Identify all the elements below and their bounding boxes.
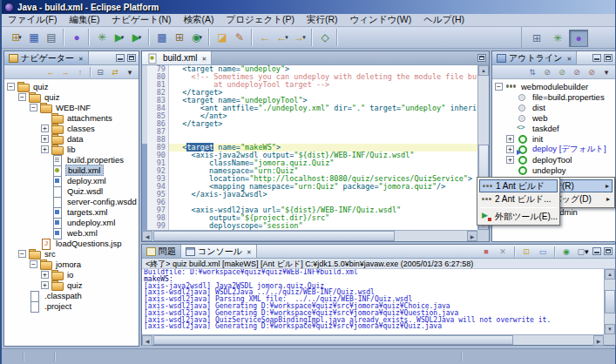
minimize-button[interactable] [116, 54, 125, 62]
scroll-up-icon[interactable]: ▲ [478, 65, 489, 76]
collapse-icon[interactable]: − [18, 250, 26, 258]
tree-item-undeploy[interactable]: undeploy [492, 165, 615, 175]
close-icon[interactable] [565, 53, 572, 63]
tree-item-webmodulebuilder[interactable]: −webmodulebuilder [492, 81, 615, 91]
expand-icon[interactable]: + [41, 135, 49, 143]
debug-button[interactable]: ✳ [93, 30, 111, 46]
problems-tab[interactable]: 問題 [142, 245, 181, 258]
tree-item-init[interactable]: +init [492, 133, 615, 144]
new-package-button[interactable]: ⊞ [171, 30, 188, 46]
scroll-down-icon[interactable]: ▼ [605, 324, 615, 334]
tree-item-data[interactable]: +data [4, 133, 139, 144]
title-bar[interactable]: Java - build.xml - Eclipse Platform [2, 0, 615, 14]
dropdown-arrow-icon[interactable]: ▾ [139, 34, 142, 41]
menu-ウィンドウ[interactable]: ウィンドウ(W) [344, 14, 418, 26]
run-button[interactable]: ▶▾ [111, 30, 128, 46]
expand-icon[interactable]: + [41, 145, 49, 153]
tree-item-deployTool[interactable]: +deployTool [492, 154, 615, 165]
scroll-lock-button[interactable]: ⊡ [519, 246, 533, 258]
expand-icon[interactable]: + [41, 271, 49, 279]
collapse-all-button[interactable]: ⊟ [93, 66, 107, 78]
new-java-project-button[interactable]: ▩ [153, 30, 171, 46]
tree-item-.classpath[interactable]: .classpath [4, 290, 139, 300]
expand-icon[interactable]: + [506, 145, 514, 153]
view-menu-button[interactable]: ▾ [599, 66, 613, 78]
menu-実行[interactable]: 実行(R) [301, 14, 344, 26]
tree-item-taskdef[interactable]: taskdef [492, 123, 615, 133]
annotation-nav-button[interactable]: ◇ [316, 30, 334, 46]
link-with-editor-button[interactable]: ⇄ [108, 66, 122, 78]
tree-item-io[interactable]: +io [4, 269, 139, 280]
tree-item-build.xml[interactable]: build.xml [4, 165, 139, 175]
maximize-button[interactable] [477, 54, 486, 62]
tree-item-attachments[interactable]: attachments [4, 112, 139, 123]
minimize-button[interactable] [592, 54, 601, 62]
tree-item-web[interactable]: web [492, 112, 615, 123]
tree-item-Quiz.wsdl[interactable]: Quiz.wsdl [4, 185, 139, 196]
tree-item-deploy [デフォルト][interactable]: +deploy [デフォルト] [492, 144, 615, 154]
sort-button[interactable]: ⇅ [525, 66, 539, 78]
java-orb-button[interactable]: ● [68, 30, 85, 46]
editor-tab-buildxml[interactable]: build.xml [142, 51, 212, 64]
tree-item-WEB-INF[interactable]: −WEB-INF [4, 102, 139, 112]
scroll-left-icon[interactable]: ◀ [142, 335, 152, 346]
tree-item-.project[interactable]: .project [4, 300, 139, 311]
hide-internal-button[interactable]: ⊘ [570, 66, 584, 78]
pin-console-button[interactable]: ◉ [559, 246, 573, 258]
new-wizard-button[interactable]: ⊞▾ [8, 30, 25, 46]
remove-terminated-button[interactable]: ✕ [496, 246, 510, 258]
open-folder-button[interactable]: ◪ [213, 30, 231, 46]
paintbrush-button[interactable]: ✎ [231, 30, 248, 46]
hide-tasks-button[interactable]: ⊘ [585, 66, 599, 78]
console-vertical-scrollbar[interactable]: ▲ ▼ [604, 269, 615, 334]
collapse-icon[interactable]: − [7, 83, 15, 91]
tree-item-targets.xml[interactable]: targets.xml [4, 206, 139, 217]
debug-perspective-button[interactable]: ✳ [548, 30, 567, 47]
minimize-button[interactable] [592, 247, 601, 255]
menu-プロジェクト[interactable]: プロジェクト(P) [220, 14, 300, 26]
clear-console-button[interactable]: ▭ [536, 246, 550, 258]
expand-icon[interactable]: + [506, 135, 514, 143]
close-icon[interactable] [200, 53, 206, 63]
hide-properties-button[interactable]: ⊘ [540, 66, 554, 78]
tree-item-server-config.wsdd[interactable]: server-config.wsdd [4, 196, 139, 206]
dropdown-arrow-icon[interactable]: ▾ [121, 34, 125, 41]
maximize-button[interactable] [604, 247, 613, 255]
expand-icon[interactable]: + [41, 125, 49, 132]
forward-button[interactable]: →▾ [291, 30, 308, 46]
menu-item-2 Ant ビルド...[interactable]: 2 Ant ビルド... [479, 192, 558, 206]
scrollbar-thumb[interactable] [153, 335, 513, 345]
expand-icon[interactable]: + [506, 156, 514, 164]
close-icon[interactable] [77, 53, 84, 63]
view-menu-button[interactable]: ▾ [123, 66, 137, 78]
open-perspective-button[interactable]: ⊞ [527, 30, 546, 47]
code-editor[interactable]: 79 <target name="undeploy">80 <!-- Somet… [142, 65, 477, 230]
tree-item-file=build.properties[interactable]: file=build.properties [492, 91, 615, 102]
scroll-right-icon[interactable]: ▶ [593, 335, 604, 346]
java-perspective-button[interactable]: ● [569, 30, 588, 47]
menu-item-外部ツール(E)...[interactable]: 外部ツール(E)... [479, 210, 558, 223]
menu-検索[interactable]: 検索(A) [177, 14, 220, 26]
tree-item-undeploy.xml[interactable]: undeploy.xml [4, 217, 139, 227]
outline-tab[interactable]: アウトライン [492, 51, 577, 64]
tree-item-web.xml[interactable]: web.xml [4, 227, 139, 238]
menu-ナビゲート[interactable]: ナビゲート(N) [105, 14, 177, 26]
hide-imported-button[interactable]: ⊘ [555, 66, 569, 78]
scrollbar-thumb[interactable] [605, 290, 615, 313]
menu-ヘルプ[interactable]: ヘルプ(H) [417, 14, 470, 26]
terminate-button[interactable]: ■ [479, 246, 493, 258]
display-console-button[interactable]: ▢▾ [576, 246, 590, 258]
console-output[interactable]: Buildfile: D:¥workspace¥quiz¥quiz¥WEB-IN… [142, 269, 604, 334]
console-horizontal-scrollbar[interactable]: ◀ ▶ [142, 334, 604, 345]
tree-item-quiz[interactable]: −quiz [4, 91, 139, 102]
menu-編集[interactable]: 編集(E) [63, 14, 105, 26]
collapse-icon[interactable]: − [30, 260, 37, 268]
tree-item-jomora[interactable]: −jomora [4, 259, 139, 269]
scroll-up-icon[interactable]: ▲ [605, 269, 615, 280]
navigator-tab[interactable]: ナビゲーター [4, 51, 89, 64]
maximize-button[interactable] [604, 54, 613, 62]
tree-item-loadQuestions.jsp[interactable]: loadQuestions.jsp [4, 238, 139, 248]
tree-item-classes[interactable]: +classes [4, 123, 139, 133]
print-button[interactable]: ▤ [43, 30, 60, 46]
last-edit-location-button[interactable]: ← [256, 30, 274, 46]
